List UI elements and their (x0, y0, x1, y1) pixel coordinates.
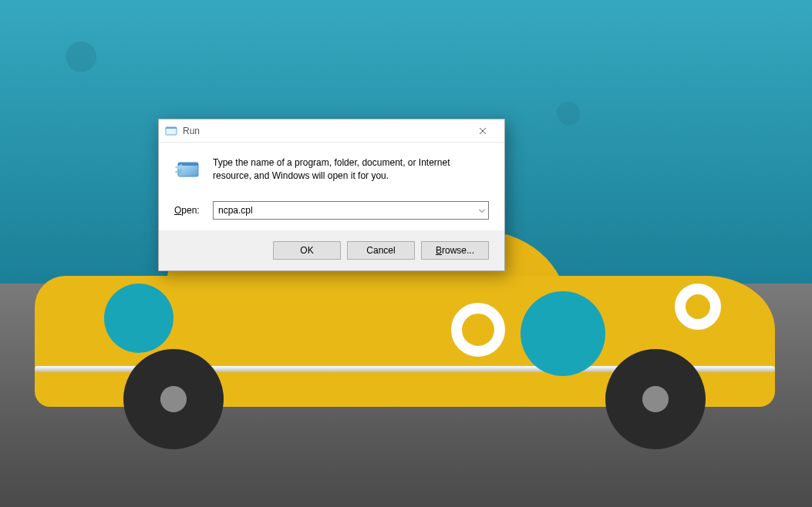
close-icon (479, 127, 487, 135)
run-dialog: Run (158, 119, 505, 271)
dialog-body: Type the name of a program, folder, docu… (159, 143, 504, 230)
run-titlebar-icon (165, 125, 177, 137)
browse-button[interactable]: Browse... (421, 241, 489, 260)
open-combobox[interactable] (213, 201, 489, 220)
ok-button[interactable]: OK (273, 241, 341, 260)
open-label: Open: (174, 205, 205, 216)
dialog-title: Run (183, 126, 467, 136)
close-button[interactable] (467, 119, 498, 143)
dialog-description: Type the name of a program, folder, docu… (213, 156, 489, 183)
button-bar: OK Cancel Browse... (159, 230, 504, 270)
svg-rect-1 (166, 127, 177, 129)
open-input[interactable] (213, 201, 489, 220)
titlebar[interactable]: Run (159, 119, 504, 143)
cancel-button[interactable]: Cancel (347, 241, 415, 260)
run-program-icon (174, 156, 202, 184)
